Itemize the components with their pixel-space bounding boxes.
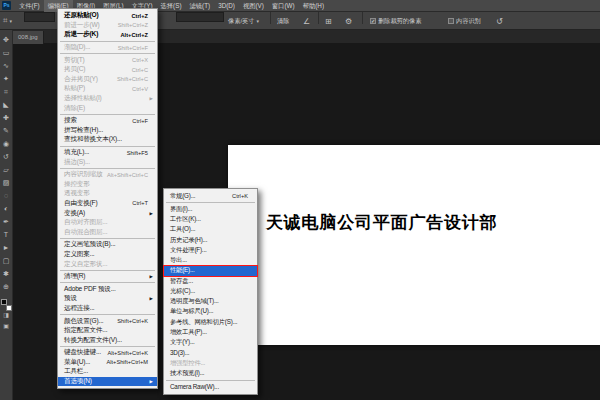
clone-stamp-tool[interactable]: ◉ <box>0 139 13 152</box>
menu-item[interactable]: 技术预览(I)... <box>164 368 257 378</box>
move-tool[interactable]: ✥ <box>0 35 13 48</box>
delete-cropped-pixels-checkbox[interactable] <box>370 18 376 24</box>
preferences-menu-item[interactable]: 首选项(N) ▶ <box>58 377 157 387</box>
menu-item[interactable]: 指定配置文件... <box>58 326 157 336</box>
menu-item[interactable]: 操控变形 <box>58 180 157 190</box>
menu-item[interactable]: 粘贴(P) Ctrl+V <box>58 84 157 94</box>
menu-item[interactable]: 定义自定形状... <box>58 259 157 269</box>
reset-icon[interactable]: ↺ <box>496 12 503 30</box>
menu-item[interactable]: 清除(E) <box>58 103 157 113</box>
menu-item[interactable]: 增强型控件... <box>164 358 257 368</box>
color-swatches[interactable] <box>1 299 12 311</box>
menu-item[interactable]: 参考线、网格和切片(S)... <box>164 317 257 327</box>
menu-item[interactable]: 拼写检查(H)... <box>58 126 157 136</box>
delete-cropped-pixels-option[interactable]: 删除裁剪的像素 <box>370 12 421 30</box>
menu-item[interactable]: 自动对齐图层... <box>58 218 157 228</box>
menu-item[interactable]: 远程连接... <box>58 304 157 314</box>
menu-item[interactable]: 预设 ▶ <box>58 294 157 304</box>
menu-item[interactable]: 描边(S)... <box>58 157 157 167</box>
healing-brush-tool[interactable]: ✚ <box>0 113 13 126</box>
menu-item[interactable]: 导出... <box>164 256 257 266</box>
menu-item[interactable]: 定义图案... <box>58 250 157 260</box>
menu-item[interactable]: Camera Raw(W)... <box>164 382 257 392</box>
menu-item[interactable]: 前进一步(W) Shift+Ctrl+Z <box>58 21 157 31</box>
menu-item[interactable]: Adobe PDF 预设... <box>58 284 157 294</box>
menu-item[interactable]: 变换(A) ▶ <box>58 208 157 218</box>
menubar-item[interactable]: 视图(V) <box>239 0 268 12</box>
zoom-tool[interactable]: ⊕ <box>0 282 13 295</box>
path-selection-tool[interactable]: ► <box>0 243 13 256</box>
document-canvas[interactable]: 天诚电脑公司平面广告设计部 <box>228 145 600 345</box>
menu-item[interactable]: 透视变形 <box>58 189 157 199</box>
menubar-item[interactable]: 选择(S) <box>156 0 185 12</box>
brush-tool[interactable]: ✎ <box>0 126 13 139</box>
menu-item[interactable]: 菜单(U)... Alt+Shift+Ctrl+M <box>58 358 157 368</box>
marquee-tool[interactable]: ▭ <box>0 48 13 61</box>
menu-item[interactable]: 键盘快捷键... Alt+Shift+Ctrl+K <box>58 348 157 358</box>
quick-selection-tool[interactable]: ✦ <box>0 74 13 87</box>
crop-tool[interactable]: ⌗ <box>0 87 13 100</box>
menu-item[interactable]: 工作区(K)... <box>164 215 257 225</box>
clear-button[interactable]: 清除 <box>274 12 292 30</box>
menu-item[interactable]: 搜索 Ctrl+F <box>58 116 157 126</box>
menu-item[interactable]: 转换为配置文件(V)... <box>58 335 157 345</box>
tool-preset-picker[interactable]: ⌗▾ <box>3 12 12 30</box>
background-color-swatch[interactable] <box>6 305 12 311</box>
history-brush-tool[interactable]: ↺ <box>0 152 13 165</box>
menu-item[interactable]: 清理(R) ▶ <box>58 272 157 282</box>
menubar-item[interactable]: 滤镜(T) <box>185 0 214 12</box>
dodge-tool[interactable]: ◐ <box>0 204 13 217</box>
menu-item[interactable]: 还原粘贴(O) Ctrl+Z <box>58 11 157 21</box>
menu-item[interactable]: 透明度与色域(T)... <box>164 297 257 307</box>
document-tab[interactable]: 008.jpg <box>13 31 44 44</box>
menu-item[interactable]: 工具(O)... <box>164 225 257 235</box>
menubar-item[interactable]: 3D(D) <box>214 0 239 12</box>
menu-item[interactable]: 剪切(T) Ctrl+X <box>58 55 157 65</box>
hand-tool[interactable]: ✱ <box>0 269 13 282</box>
blur-tool[interactable]: ◌ <box>0 191 13 204</box>
menu-item[interactable]: 后退一步(K) Alt+Ctrl+Z <box>58 30 157 40</box>
overlay-options-icon[interactable]: ⊞ <box>325 12 332 30</box>
crop-resolution-field[interactable] <box>176 12 224 22</box>
menu-item[interactable]: 内容识别缩放 Alt+Shift+Ctrl+C <box>58 170 157 180</box>
straighten-icon[interactable]: ∠ <box>303 12 310 30</box>
gradient-tool[interactable]: ▨ <box>0 178 13 191</box>
type-tool[interactable]: T <box>0 230 13 243</box>
crop-width-field[interactable] <box>24 12 55 22</box>
menu-item[interactable]: 渐隐(D)... Shift+Ctrl+F <box>58 43 157 53</box>
menu-item[interactable]: 定义画笔预设(B)... <box>58 240 157 250</box>
foreground-color-swatch[interactable] <box>1 299 7 305</box>
performance-menu-item[interactable]: 性能(E)... <box>164 266 257 276</box>
menu-item[interactable]: 查找和替换文本(X)... <box>58 135 157 145</box>
menu-item[interactable]: 工具栏... <box>58 367 157 377</box>
menubar-item[interactable]: 文件(F) <box>15 0 44 12</box>
menu-item[interactable]: 光标(C)... <box>164 286 257 296</box>
menu-item[interactable]: 暂存盘... <box>164 276 257 286</box>
crop-settings-gear-icon[interactable]: ⚙ <box>345 12 352 30</box>
eyedropper-tool[interactable]: ◣ <box>0 100 13 113</box>
screen-mode-icon[interactable]: ▣ <box>0 322 13 333</box>
menu-item[interactable]: 颜色设置(G)... Shift+Ctrl+K <box>58 316 157 326</box>
menu-item[interactable]: 拷贝(C) Ctrl+C <box>58 65 157 75</box>
menu-item[interactable]: 文件处理(F)... <box>164 245 257 255</box>
lasso-tool[interactable]: ∿ <box>0 61 13 74</box>
menu-item[interactable]: 填充(L)... Shift+F5 <box>58 148 157 158</box>
menu-item[interactable]: 自由变换(F) Ctrl+T <box>58 199 157 209</box>
eraser-tool[interactable]: ▱ <box>0 165 13 178</box>
pen-tool[interactable]: ✒ <box>0 217 13 230</box>
content-aware-checkbox[interactable] <box>448 18 454 24</box>
menu-item[interactable]: 增效工具(P)... <box>164 327 257 337</box>
menu-item[interactable]: 单位与标尺(U)... <box>164 307 257 317</box>
menu-item[interactable]: 常规(G)... Ctrl+K <box>164 191 257 201</box>
menu-item[interactable]: 3D(3)... <box>164 348 257 358</box>
menu-item[interactable]: 历史记录(H)... <box>164 235 257 245</box>
content-aware-option[interactable]: 内容识别 <box>448 12 481 30</box>
menu-item[interactable]: 文字(Y)... <box>164 338 257 348</box>
shape-tool[interactable]: ▢ <box>0 256 13 269</box>
menubar-item[interactable]: 帮助(H) <box>299 0 328 12</box>
menu-item[interactable]: 自动混合图层... <box>58 227 157 237</box>
menu-item[interactable]: 合并拷贝(Y) Shift+Ctrl+C <box>58 75 157 85</box>
menu-item[interactable]: 界面(I)... <box>164 204 257 214</box>
menu-item[interactable]: 选择性粘贴(I) ▶ <box>58 94 157 104</box>
resolution-unit-dropdown[interactable]: 像素/英寸▾ <box>228 12 259 30</box>
